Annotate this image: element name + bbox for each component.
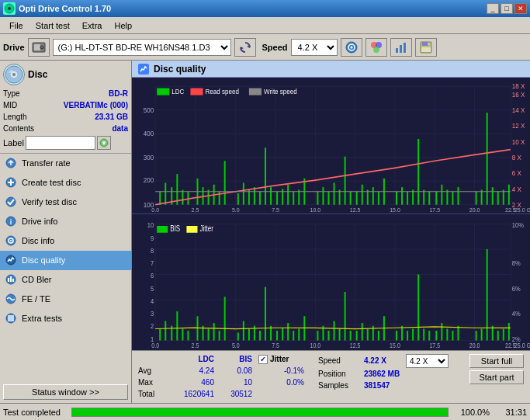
svg-rect-120 [298, 190, 300, 205]
svg-rect-151 [497, 192, 499, 205]
refresh-drive-btn[interactable] [234, 38, 256, 57]
svg-point-23 [12, 73, 16, 76]
nav-cd-bler[interactable]: CD Bler [0, 270, 131, 290]
svg-text:12 X: 12 X [512, 122, 525, 130]
start-part-button[interactable]: Start part [469, 370, 524, 384]
fe-te-icon [5, 293, 17, 305]
chart-btn[interactable] [390, 38, 412, 57]
jitter-checkbox[interactable]: ✓ [258, 355, 268, 364]
ldc-header: LDC [169, 354, 214, 365]
position-value: 23862 MB [364, 369, 400, 380]
svg-rect-243 [417, 275, 419, 341]
avg-label: Avg [138, 366, 166, 377]
label-input[interactable] [26, 136, 95, 150]
save-btn[interactable] [415, 38, 437, 57]
speed-label: Speed [262, 43, 288, 52]
svg-rect-152 [503, 190, 504, 205]
label-icon-button[interactable]: ▼ [97, 136, 111, 150]
svg-rect-199 [186, 226, 197, 233]
minimize-button[interactable]: _ [487, 3, 499, 14]
speed-dropdown[interactable]: 4.2 X [406, 354, 449, 368]
menu-starttest[interactable]: Start test [29, 19, 76, 32]
ldc-total: 1620641 [169, 389, 214, 400]
nav-transfer-rate[interactable]: Transfer rate [0, 154, 131, 173]
svg-rect-241 [407, 331, 408, 341]
svg-rect-229 [334, 321, 335, 341]
svg-rect-150 [492, 187, 494, 205]
start-full-button[interactable]: Start full [469, 354, 524, 368]
svg-rect-48 [11, 318, 14, 321]
top-chart: 100 200 300 400 500 2 X 4 X 6 X 8 X 10 X… [132, 78, 530, 214]
menu-help[interactable]: Help [108, 19, 138, 32]
stats-panel: LDC BIS ✓ Jitter Avg 4.24 0.08 -0.1% Max… [132, 350, 530, 403]
color-btn[interactable] [365, 38, 387, 57]
disc-label-label: Label [3, 138, 24, 148]
svg-rect-197 [157, 226, 168, 233]
nav-extra-tests[interactable]: Extra tests [0, 309, 131, 328]
svg-rect-132 [372, 187, 374, 205]
svg-text:▼: ▼ [101, 140, 107, 147]
svg-rect-105 [208, 190, 210, 205]
svg-rect-217 [259, 331, 261, 341]
svg-rect-242 [412, 329, 414, 341]
svg-rect-228 [327, 331, 329, 341]
drive-icon-btn[interactable] [28, 38, 50, 57]
svg-rect-131 [367, 190, 369, 205]
svg-text:2: 2 [151, 322, 154, 331]
svg-rect-128 [350, 192, 352, 205]
window-controls[interactable]: _ □ ✕ [487, 3, 527, 14]
svg-rect-226 [317, 331, 318, 341]
svg-text:17.5: 17.5 [429, 342, 440, 350]
svg-rect-247 [441, 323, 442, 341]
svg-text:Jitter: Jitter [200, 225, 213, 234]
drive-select[interactable]: (G:) HL-DT-ST BD-RE WH16NS48 1.D3 [53, 39, 231, 56]
nav-create-test-disc[interactable]: Create test disc [0, 173, 131, 193]
svg-rect-230 [339, 329, 341, 341]
svg-rect-206 [187, 331, 189, 341]
svg-rect-122 [317, 192, 318, 205]
type-value: BD-R [109, 89, 128, 99]
svg-text:10 X: 10 X [512, 137, 525, 146]
svg-text:0.0: 0.0 [151, 206, 159, 213]
svg-text:14 X: 14 X [512, 106, 525, 115]
progress-bar-fill [72, 408, 448, 416]
svg-rect-118 [287, 185, 289, 205]
scan-btn[interactable] [341, 38, 362, 57]
menu-file[interactable]: File [3, 19, 29, 32]
type-label: Type [3, 89, 20, 99]
nav-disc-info[interactable]: Disc info [0, 231, 131, 251]
mid-label: MID [3, 100, 17, 111]
svg-rect-244 [423, 329, 424, 341]
svg-rect-237 [378, 331, 379, 341]
svg-rect-210 [213, 323, 215, 341]
speed-select[interactable]: 4.2 X [291, 39, 338, 56]
nav-fe-te[interactable]: FE / TE [0, 290, 131, 309]
svg-rect-257 [508, 323, 510, 341]
svg-rect-135 [396, 192, 397, 205]
svg-rect-153 [508, 185, 510, 205]
svg-text:12.5: 12.5 [350, 342, 361, 350]
main-content: Disc Type BD-R MID VERBATIMc (000) Lengt… [0, 61, 530, 403]
svg-rect-141 [428, 192, 430, 205]
svg-point-37 [10, 240, 12, 241]
svg-rect-205 [182, 329, 183, 341]
nav-disc-quality[interactable]: Disc quality [0, 251, 131, 270]
svg-text:20.0: 20.0 [469, 342, 480, 350]
nav-drive-info[interactable]: i Drive info [0, 212, 131, 231]
nav-extra-tests-label: Extra tests [22, 314, 62, 323]
menu-extra[interactable]: Extra [76, 19, 109, 32]
jitter-max: 0.0% [262, 377, 304, 388]
svg-rect-140 [423, 190, 424, 205]
svg-rect-144 [446, 190, 448, 205]
disc-info-panel: Disc Type BD-R MID VERBATIMc (000) Lengt… [0, 61, 131, 154]
max-label: Max [138, 377, 166, 388]
close-button[interactable]: ✕ [514, 3, 527, 14]
length-label: Length [3, 112, 27, 123]
status-window-button[interactable]: Status window >> [3, 384, 128, 400]
svg-text:7.5: 7.5 [272, 206, 279, 213]
svg-rect-253 [487, 249, 488, 341]
maximize-button[interactable]: □ [501, 3, 513, 14]
nav-verify-test-disc[interactable]: Verify test disc [0, 193, 131, 212]
nav-create-test-disc-label: Create test disc [22, 178, 81, 187]
svg-rect-123 [322, 187, 324, 205]
